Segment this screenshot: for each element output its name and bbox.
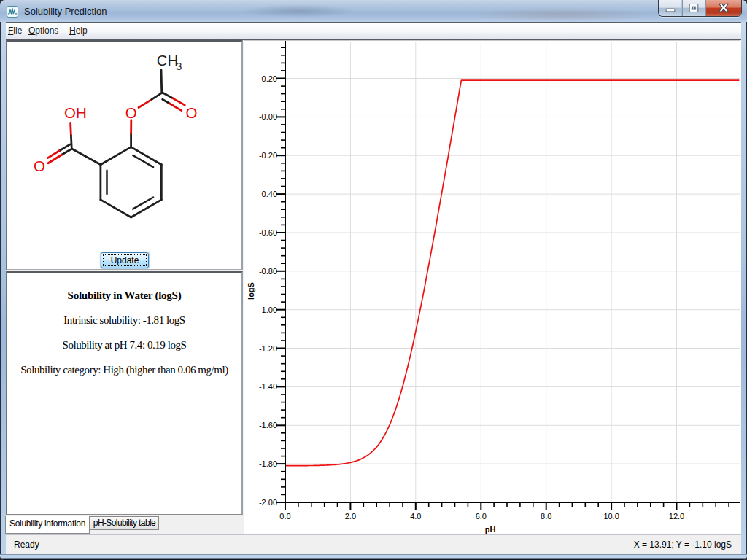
svg-text:12.0: 12.0 [669, 512, 684, 521]
svg-text:O: O [34, 158, 45, 174]
svg-text:-1.00: -1.00 [259, 306, 277, 314]
svg-text:logS: logS [247, 282, 255, 300]
svg-text:0.0: 0.0 [279, 512, 290, 521]
svg-text:O: O [186, 104, 198, 121]
svg-text:OH: OH [64, 104, 87, 121]
svg-text:6.0: 6.0 [476, 512, 487, 521]
svg-text:-1.80: -1.80 [259, 459, 277, 468]
svg-text:8.0: 8.0 [541, 512, 551, 521]
svg-text:-1.60: -1.60 [259, 421, 277, 429]
svg-text:4.0: 4.0 [410, 512, 421, 521]
svg-text:O: O [125, 104, 137, 121]
svg-text:CH: CH [157, 52, 179, 69]
svg-text:2.0: 2.0 [345, 512, 356, 521]
svg-text:-0.00: -0.00 [259, 112, 277, 121]
svg-text:-0.20: -0.20 [259, 151, 277, 160]
svg-text:3: 3 [176, 61, 182, 72]
svg-text:-1.20: -1.20 [259, 344, 277, 353]
svg-text:-0.80: -0.80 [259, 267, 277, 276]
svg-text:10.0: 10.0 [603, 512, 619, 521]
svg-text:pH: pH [485, 525, 496, 534]
svg-text:-0.60: -0.60 [259, 228, 277, 237]
svg-text:-0.40: -0.40 [259, 190, 277, 198]
svg-text:0.20: 0.20 [262, 74, 277, 83]
svg-text:-2.00: -2.00 [259, 498, 277, 507]
svg-text:-1.40: -1.40 [259, 382, 277, 391]
